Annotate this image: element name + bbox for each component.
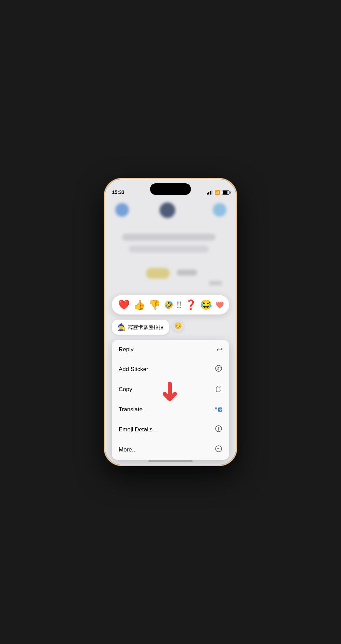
reaction-question[interactable]: ❓ [185,299,197,310]
content-overlay: ❤️ 👍 👎 🤣 ‼️ ❓ 😂 ❤️ 🧙‍♀️ 霹靂卡霹靂拉拉 😊 [105,179,236,465]
svg-point-15 [220,448,220,449]
emoji-details-icon [215,425,222,434]
svg-point-13 [217,448,218,449]
svg-text:A: A [215,407,217,410]
menu-item-translate-label: Translate [119,406,143,413]
emoji-reaction-badge[interactable]: 😊 [172,320,184,332]
menu-item-copy-label: Copy [119,386,132,393]
menu-item-translate[interactable]: Translate A 文 [112,399,229,419]
menu-item-emoji-details[interactable]: Emoji Details... [112,419,229,440]
menu-item-more[interactable]: More... [112,440,229,460]
signal-bar-3 [210,191,211,195]
phone-screen: 15:33 📶 ❤️ [105,179,236,465]
svg-point-14 [218,448,219,449]
home-indicator [148,460,193,462]
translate-icon: A 文 [214,405,222,414]
battery-body [222,190,229,195]
message-bubble[interactable]: 🧙‍♀️ 霹靂卡霹靂拉拉 [112,320,169,335]
menu-item-reply[interactable]: Reply ↩ [112,340,229,359]
reaction-thumbsup[interactable]: 👍 [133,299,145,310]
menu-item-add-sticker[interactable]: Add Sticker [112,359,229,379]
bubble-text: 霹靂卡霹靂拉拉 [128,324,164,331]
menu-item-more-label: More... [119,446,137,453]
menu-item-reply-label: Reply [119,346,133,353]
wifi-icon: 📶 [214,190,220,195]
status-time: 15:33 [112,189,124,195]
reaction-heart[interactable]: ❤️ [118,299,130,310]
svg-point-11 [218,427,219,428]
reaction-laughcry[interactable]: 😂 [200,299,212,310]
battery-tip [230,191,231,194]
battery-fill [223,191,227,194]
dynamic-island [150,183,191,195]
reaction-thumbsdown[interactable]: 👎 [149,299,161,310]
reaction-haha[interactable]: 🤣 [164,301,173,309]
menu-item-add-sticker-label: Add Sticker [119,366,148,373]
signal-bar-2 [208,192,209,195]
context-menu: Reply ↩ Add Sticker [112,340,229,460]
reaction-bar: ❤️ 👍 👎 🤣 ‼️ ❓ 😂 ❤️ [112,295,229,315]
signal-icon [207,190,213,195]
message-bubble-area: 🧙‍♀️ 霹靂卡霹靂拉拉 😊 [112,320,184,335]
svg-text:文: 文 [219,408,222,412]
reply-icon: ↩ [217,346,222,354]
reaction-badge-emoji: 😊 [174,322,182,329]
copy-icon [215,385,222,394]
menu-item-copy[interactable]: Copy [112,379,229,399]
svg-rect-5 [216,387,220,392]
reaction-exclamation[interactable]: ‼️ [177,300,181,310]
signal-bar-1 [207,193,208,195]
reaction-more[interactable]: ❤️ [216,301,224,309]
add-sticker-icon [215,365,222,374]
bubble-avatar-emoji: 🧙‍♀️ [117,323,126,331]
signal-bar-4 [211,190,212,195]
phone-frame: 15:33 📶 ❤️ [104,178,237,466]
battery-icon [222,190,231,195]
menu-item-emoji-details-label: Emoji Details... [119,426,157,433]
more-icon [215,445,222,454]
status-icons: 📶 [207,190,231,195]
